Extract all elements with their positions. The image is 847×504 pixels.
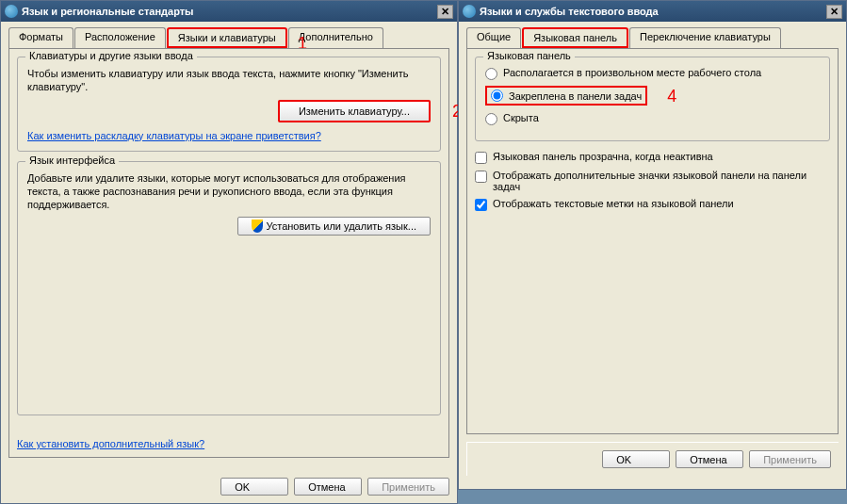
tab-content: Клавиатуры и другие языки ввода Чтобы из… xyxy=(8,48,449,458)
tab-languages-keyboards[interactable]: Языки и клавиатуры xyxy=(167,27,287,48)
tab-general[interactable]: Общие xyxy=(466,27,521,48)
change-keyboard-button[interactable]: Изменить клавиатуру... xyxy=(278,100,431,122)
shield-icon xyxy=(252,219,263,233)
tab-location[interactable]: Расположение xyxy=(74,27,166,48)
apply-button-2[interactable]: Применить xyxy=(749,450,831,468)
radio-label-3: Скрыта xyxy=(503,112,539,123)
checkbox-3[interactable] xyxy=(475,199,487,211)
install-additional-language-link[interactable]: Как установить дополнительный язык? xyxy=(17,438,204,449)
radio-input-3[interactable] xyxy=(485,113,497,125)
close-button[interactable]: ✕ xyxy=(437,5,453,19)
globe-icon xyxy=(5,5,18,18)
radio-hidden[interactable]: Скрыта xyxy=(485,112,820,125)
tabs-bar-2: Общие Языковая панель Переключение клави… xyxy=(459,22,846,48)
radio-label-2: Закреплена в панели задач xyxy=(509,90,642,102)
annotation-4: 4 xyxy=(667,87,676,106)
group-title: Клавиатуры и другие языки ввода xyxy=(25,50,197,61)
dialog-buttons: OK Отмена Применить xyxy=(220,478,449,496)
install-remove-language-button[interactable]: Установить или удалить язык... xyxy=(237,217,432,236)
radio-input-2[interactable] xyxy=(491,89,503,102)
keyboards-group: Клавиатуры и другие языки ввода Чтобы из… xyxy=(17,57,441,152)
group-desc: Чтобы изменить клавиатуру или язык ввода… xyxy=(27,67,431,94)
regional-settings-window: Язык и региональные стандарты ✕ Форматы … xyxy=(0,0,458,504)
dialog-buttons-2: OK Отмена Применить xyxy=(466,442,839,476)
tab-keyboard-switch[interactable]: Переключение клавиатуры xyxy=(629,27,781,48)
checkbox-1[interactable] xyxy=(475,152,487,164)
ok-button[interactable]: OK xyxy=(220,478,288,496)
group-title-2: Язык интерфейса xyxy=(25,154,119,166)
check-label-2: Отображать дополнительные значки языково… xyxy=(493,170,830,192)
cancel-button[interactable]: Отмена xyxy=(294,478,362,496)
checkbox-2[interactable] xyxy=(475,171,487,183)
titlebar-2[interactable]: Языки и службы текстового ввода ✕ xyxy=(459,1,846,22)
button-label: Установить или удалить язык... xyxy=(267,220,417,232)
group-title-3: Языковая панель xyxy=(483,50,575,61)
check-additional-icons[interactable]: Отображать дополнительные значки языково… xyxy=(475,170,830,192)
interface-language-group: Язык интерфейса Добавьте или удалите язы… xyxy=(17,161,441,415)
check-transparent[interactable]: Языковая панель прозрачна, когда неактив… xyxy=(475,151,830,164)
cancel-button-2[interactable]: Отмена xyxy=(676,450,743,468)
text-input-services-window: Языки и службы текстового ввода ✕ Общие … xyxy=(458,0,847,490)
radio-input-1[interactable] xyxy=(485,68,497,80)
radio-docked-taskbar[interactable]: Закреплена в панели задач xyxy=(485,86,647,106)
globe-icon xyxy=(463,5,476,18)
close-button-2[interactable]: ✕ xyxy=(826,5,842,19)
language-panel-group: Языковая панель Располагается в произвол… xyxy=(475,57,830,141)
check-label-1: Языковая панель прозрачна, когда неактив… xyxy=(493,151,713,162)
tab-language-panel[interactable]: Языковая панель xyxy=(522,27,628,48)
tabs-bar: Форматы Расположение Языки и клавиатуры … xyxy=(1,22,457,48)
ok-button-2[interactable]: OK xyxy=(602,450,670,468)
titlebar[interactable]: Язык и региональные стандарты ✕ xyxy=(1,1,457,22)
check-text-labels[interactable]: Отображать текстовые метки на языковой п… xyxy=(475,198,830,211)
welcome-screen-layout-link[interactable]: Как изменить раскладку клавиатуры на экр… xyxy=(27,130,321,141)
radio-label-1: Располагается в произвольном месте рабоч… xyxy=(503,67,761,78)
radio-free-position[interactable]: Располагается в произвольном месте рабоч… xyxy=(485,67,820,80)
tab-content-2: Языковая панель Располагается в произвол… xyxy=(466,48,839,434)
tab-formats[interactable]: Форматы xyxy=(8,27,73,48)
check-label-3: Отображать текстовые метки на языковой п… xyxy=(493,198,734,209)
window-title-2: Языки и службы текстового ввода xyxy=(480,6,823,17)
group-desc-2: Добавьте или удалите языки, которые могу… xyxy=(27,171,431,212)
window-title: Язык и региональные стандарты xyxy=(22,6,433,17)
apply-button[interactable]: Применить xyxy=(367,478,449,496)
